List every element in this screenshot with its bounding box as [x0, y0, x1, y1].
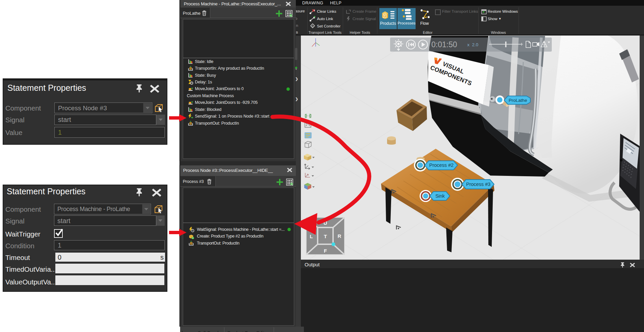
- svg-text:U: U: [324, 220, 327, 226]
- svg-text:Sink: Sink: [435, 193, 445, 199]
- svg-text:Process #3: Process #3: [466, 182, 491, 187]
- svg-text:R: R: [338, 233, 341, 239]
- svg-text:ProLathe: ProLathe: [509, 98, 527, 103]
- svg-text:Process #2: Process #2: [429, 162, 454, 168]
- svg-text:0:01:50: 0:01:50: [431, 40, 457, 49]
- svg-text:F: F: [324, 248, 327, 254]
- svg-text:x 2.0: x 2.0: [467, 42, 478, 47]
- svg-text:T: T: [384, 14, 386, 18]
- svg-text:T: T: [324, 234, 327, 239]
- svg-text:L: L: [310, 234, 313, 239]
- svg-text:©: ©: [312, 25, 314, 28]
